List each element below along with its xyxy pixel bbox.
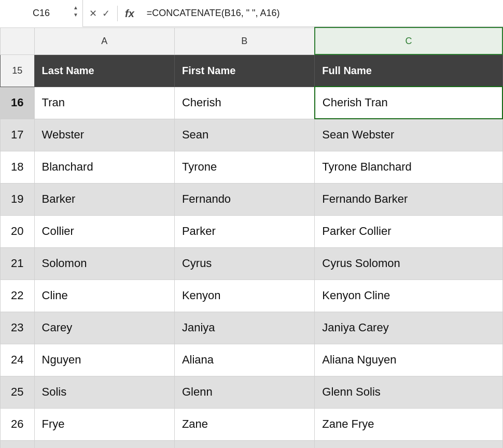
spreadsheet: C16 ▲ ▼ ✕ ✓ fx =CONCATENATE(B16, " ", A1… [0,0,503,448]
cell-b-21[interactable]: Cyrus [174,247,314,279]
cell-b-25[interactable]: Glenn [174,376,314,408]
cell-c-18[interactable]: Tyrone Blanchard [315,151,502,183]
column-header-b[interactable]: B [174,27,314,54]
cell-b-16[interactable]: Cherish [174,87,314,119]
cell-a-22[interactable]: Cline [34,279,174,312]
cell-c-27[interactable]: Lorelai Irwin [315,440,502,448]
table-row-24: 24NguyenAlianaAliana Nguyen [1,344,503,376]
row-num-22: 22 [1,279,35,312]
cell-c-16[interactable]: Cherish Tran [315,87,502,119]
cell-c-22[interactable]: Kenyon Cline [315,279,502,312]
cell-b-26[interactable]: Zane [174,408,314,440]
cell-c-19[interactable]: Fernando Barker [315,183,502,215]
table-row-17: 17WebsterSeanSean Webster [1,119,503,151]
cell-b-27[interactable]: Lorelai [174,440,314,448]
cell-reference-text: C16 [33,8,50,19]
row-num-23: 23 [1,312,35,344]
cell-c-23[interactable]: Janiya Carey [315,312,502,344]
table-row-16: 16TranCherishCherish Tran [1,87,503,119]
cell-b-24[interactable]: Aliana [174,344,314,376]
confirm-icon[interactable]: ✓ [102,9,110,18]
header-row-15: 15 Last Name First Name Full Name [1,54,503,87]
row-num-16: 16 [1,87,35,119]
cell-b-19[interactable]: Fernando [174,183,314,215]
cell-a-18[interactable]: Blanchard [34,151,174,183]
cell-a-19[interactable]: Barker [34,183,174,215]
formula-icons: ✕ ✓ fx [83,0,141,27]
table-body: 15 Last Name First Name Full Name 16Tran… [1,54,503,448]
table-row-27: 27IrwinLorelaiLorelai Irwin [1,440,503,448]
cell-c-17[interactable]: Sean Webster [315,119,502,151]
formula-text: =CONCATENATE(B16, " ", A16) [147,8,280,19]
cell-b-20[interactable]: Parker [174,215,314,247]
cell-a-23[interactable]: Carey [34,312,174,344]
row-num-17: 17 [1,119,35,151]
table-row-26: 26FryeZaneZane Frye [1,408,503,440]
header-last-name: Last Name [34,54,174,87]
cell-b-17[interactable]: Sean [174,119,314,151]
row-num-21: 21 [1,247,35,279]
table-row-20: 20CollierParkerParker Collier [1,215,503,247]
row-num-27: 27 [1,440,35,448]
cell-a-27[interactable]: Irwin [34,440,174,448]
table-row-18: 18BlanchardTyroneTyrone Blanchard [1,151,503,183]
table-row-21: 21SolomonCyrusCyrus Solomon [1,247,503,279]
cell-reference-box[interactable]: C16 ▲ ▼ [0,0,83,27]
header-full-name: Full Name [315,54,502,87]
cell-a-20[interactable]: Collier [34,215,174,247]
column-header-a[interactable]: A [34,27,174,54]
function-icon[interactable]: fx [125,8,134,19]
row-num-20: 20 [1,215,35,247]
spreadsheet-table: A B C 15 Last Name First Name Full Name … [0,27,503,448]
row-num-25: 25 [1,376,35,408]
cancel-icon[interactable]: ✕ [89,9,97,18]
row-num-15: 15 [1,54,35,87]
cell-a-24[interactable]: Nguyen [34,344,174,376]
row-num-18: 18 [1,151,35,183]
cell-c-24[interactable]: Aliana Nguyen [315,344,502,376]
cell-c-21[interactable]: Cyrus Solomon [315,247,502,279]
arrow-down-icon: ▼ [73,11,78,19]
cell-b-23[interactable]: Janiya [174,312,314,344]
header-first-name: First Name [174,54,314,87]
table-row-25: 25SolisGlennGlenn Solis [1,376,503,408]
cell-a-17[interactable]: Webster [34,119,174,151]
table-row-23: 23CareyJaniyaJaniya Carey [1,312,503,344]
cell-b-18[interactable]: Tyrone [174,151,314,183]
cell-a-26[interactable]: Frye [34,408,174,440]
row-num-26: 26 [1,408,35,440]
arrow-up-icon: ▲ [73,4,78,11]
cell-c-20[interactable]: Parker Collier [315,215,502,247]
cell-c-25[interactable]: Glenn Solis [315,376,502,408]
column-headers-row: A B C [1,27,503,54]
table-row-22: 22ClineKenyonKenyon Cline [1,279,503,312]
cell-a-25[interactable]: Solis [34,376,174,408]
column-header-c[interactable]: C [315,27,502,54]
grid-area: A B C 15 Last Name First Name Full Name … [0,27,503,448]
formula-bar: C16 ▲ ▼ ✕ ✓ fx =CONCATENATE(B16, " ", A1… [0,0,503,27]
formula-input[interactable]: =CONCATENATE(B16, " ", A16) [141,0,503,27]
corner-cell [1,27,35,54]
row-num-19: 19 [1,183,35,215]
cell-c-26[interactable]: Zane Frye [315,408,502,440]
divider [117,6,118,21]
table-row-19: 19BarkerFernandoFernando Barker [1,183,503,215]
cell-a-16[interactable]: Tran [34,87,174,119]
cell-ref-arrows: ▲ ▼ [73,4,78,19]
cell-a-21[interactable]: Solomon [34,247,174,279]
cell-b-22[interactable]: Kenyon [174,279,314,312]
row-num-24: 24 [1,344,35,376]
